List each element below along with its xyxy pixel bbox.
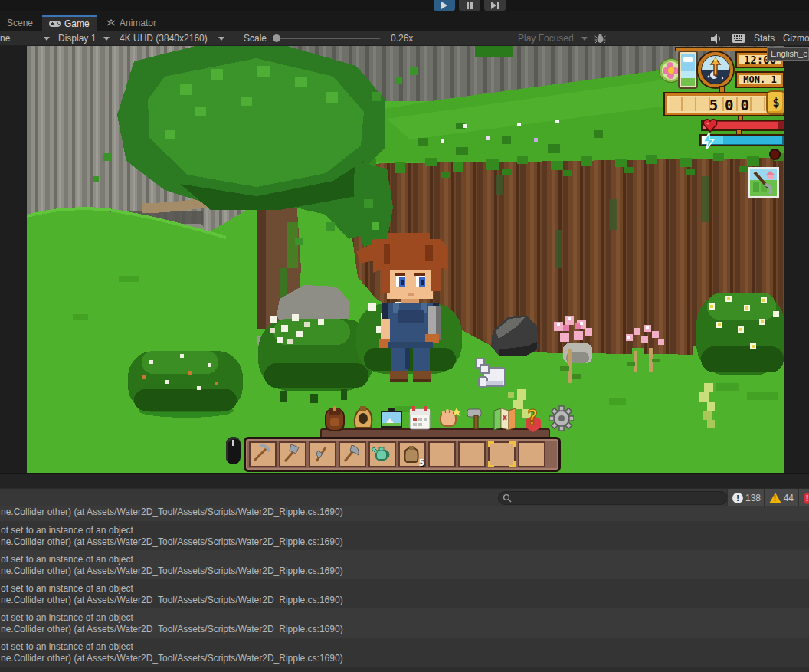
console-entry-partial (0, 667, 809, 672)
display-label: Display 1 (58, 33, 96, 44)
tab-animator[interactable]: Animator (100, 15, 163, 31)
console-line: ot set to an instance of an object (0, 579, 809, 595)
clock-arrow-icon (701, 55, 730, 84)
chevron-down-icon (581, 37, 588, 41)
hotbar-slot-watering-can[interactable] (368, 441, 396, 467)
play-focused-dropdown[interactable]: Play Focused (518, 31, 588, 46)
hotbar-slot-seed-bag[interactable]: 5 (398, 441, 426, 467)
console-entry[interactable]: ot set to an instance of an objectne.Col… (0, 638, 809, 667)
tool-thumbnail (750, 169, 777, 196)
map-dot (769, 149, 781, 160)
money-value: 500 (709, 97, 756, 113)
game-view-panel: 12:00 MON. 1 500 $ ? (0, 46, 809, 473)
mute-audio-button[interactable] (711, 31, 722, 46)
scale-label: Scale (244, 31, 267, 46)
console-error-toggle[interactable]: ! (798, 489, 809, 507)
day-night-dial (698, 52, 733, 87)
tab-strip: Scene Game Animator (0, 11, 809, 31)
console-log-list: ne.Collider other) (at Assets/Water2D_To… (0, 506, 809, 672)
console-info-toggle[interactable]: ! 138 (727, 489, 765, 507)
chevron-down-icon (103, 37, 110, 41)
gamepad-icon (49, 20, 61, 28)
play-controls (434, 0, 506, 11)
view-mode-dropdown[interactable]: ne (0, 31, 50, 46)
weather-panel (678, 51, 698, 89)
vsync-button[interactable] (732, 31, 745, 46)
map-icon[interactable] (493, 405, 517, 432)
slider-track[interactable] (274, 38, 380, 39)
chevron-down-icon (44, 37, 50, 41)
tab-game-label: Game (64, 18, 90, 29)
hotbar-slot-axe[interactable] (339, 441, 366, 467)
chevron-down-icon (218, 37, 224, 41)
console-line: ot set to an instance of an object (0, 550, 809, 565)
animator-icon (106, 19, 116, 27)
active-tool-indicator (748, 167, 779, 198)
photo-icon[interactable] (379, 405, 404, 432)
lightning-icon (701, 133, 716, 149)
hotbar-slot-empty[interactable] (518, 441, 545, 467)
speaker-icon (711, 34, 722, 44)
hotbar[interactable]: 5 (244, 437, 561, 472)
backpack-icon[interactable] (323, 405, 347, 432)
console-line: ot set to an instance of an object (0, 638, 809, 653)
hotbar-slot-hoe[interactable] (309, 441, 336, 467)
energy-bar (699, 134, 784, 146)
error-icon: ! (804, 493, 809, 504)
tab-scene-label: Scene (7, 18, 33, 28)
bush-far-right (696, 293, 784, 375)
item-count: 5 (419, 457, 424, 468)
quest-icon[interactable]: ? (521, 405, 545, 432)
console-line: ot set to an instance of an object (0, 521, 809, 536)
view-mode-label: ne (0, 33, 10, 44)
health-bar (701, 120, 784, 131)
day-display: MON. 1 (735, 71, 784, 88)
hotbar-slot-empty[interactable] (458, 441, 486, 467)
display-dropdown[interactable]: Display 1 (58, 31, 110, 46)
scale-slider[interactable] (274, 31, 380, 46)
hammer-icon[interactable] (464, 405, 489, 432)
console-entry[interactable]: ot set to an instance of an objectne.Col… (0, 521, 809, 550)
console-entry[interactable]: ne.Collider other) (at Assets/Water2D_To… (0, 506, 809, 521)
step-button[interactable] (484, 0, 506, 11)
warning-count: 44 (784, 493, 794, 503)
hotbar-slot-empty[interactable] (428, 441, 456, 467)
hotbar-slot-selected[interactable] (488, 441, 516, 467)
console-toolbar: ! 138 44 ! (0, 488, 809, 506)
keyboard-icon (732, 34, 745, 43)
console-entry[interactable]: ot set to an instance of an objectne.Col… (0, 608, 809, 638)
hand-icon[interactable] (436, 405, 460, 432)
hotbar-slot-hatchet[interactable] (279, 441, 306, 467)
mouse-icon (226, 437, 241, 464)
console-line: ne.Collider other) (at Assets/Water2D_To… (0, 565, 809, 577)
console-entry[interactable]: ot set to an instance of an objectne.Col… (0, 579, 809, 608)
game-viewport[interactable]: 12:00 MON. 1 500 $ ? (27, 46, 784, 473)
console-line: ne.Collider other) (at Assets/Water2D_To… (0, 536, 809, 548)
pouch-icon[interactable] (351, 405, 375, 432)
tab-animator-label: Animator (120, 18, 156, 28)
tab-scene[interactable]: Scene (0, 15, 40, 31)
stats-button[interactable]: Stats (754, 31, 775, 46)
pause-button[interactable] (459, 0, 480, 11)
resolution-dropdown[interactable]: 4K UHD (3840x2160) (120, 31, 224, 46)
console-entry[interactable]: ot set to an instance of an objectne.Col… (0, 550, 809, 579)
panel-divider-strip (0, 473, 809, 488)
bush-left (128, 351, 243, 418)
frame-debugger-button[interactable] (594, 31, 606, 46)
console-warning-toggle[interactable]: 44 (764, 489, 798, 507)
gear-icon[interactable] (549, 405, 574, 432)
tab-game[interactable]: Game (42, 15, 97, 31)
warning-icon (769, 493, 781, 503)
hotbar-slot-pickaxe[interactable] (249, 441, 277, 467)
info-icon: ! (732, 493, 743, 503)
bug-icon (594, 33, 606, 44)
play-icon (441, 2, 448, 9)
heart-icon (703, 118, 718, 133)
gizmos-dropdown[interactable]: Gizmos (783, 31, 809, 46)
play-button[interactable] (434, 0, 455, 11)
step-icon (490, 2, 499, 9)
calendar-icon[interactable] (408, 405, 432, 432)
slider-handle[interactable] (273, 34, 280, 42)
console-line: ne.Collider other) (at Assets/Water2D_To… (0, 595, 809, 606)
console-search-input[interactable] (498, 491, 728, 505)
